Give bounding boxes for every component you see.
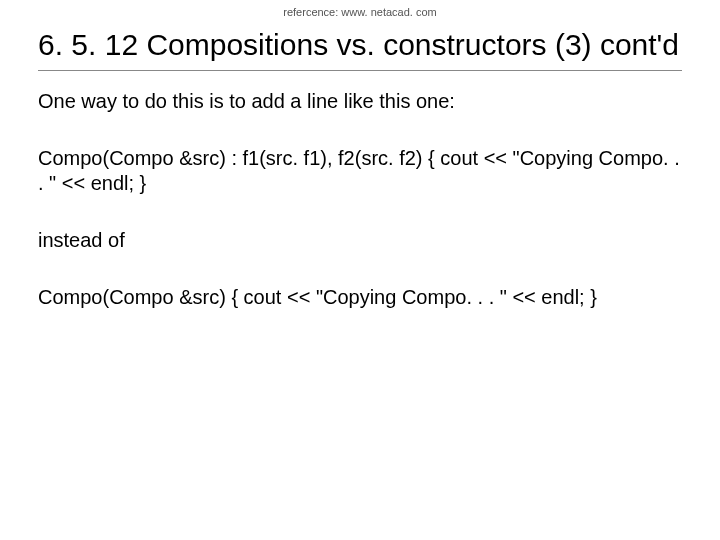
- code-paragraph-1: Compo(Compo &src) : f1(src. f1), f2(src.…: [38, 146, 682, 196]
- reference-text: refercence: www. netacad. com: [0, 0, 720, 22]
- code-paragraph-2: Compo(Compo &src) { cout << "Copying Com…: [38, 285, 682, 310]
- slide-title: 6. 5. 12 Compositions vs. constructors (…: [38, 26, 682, 64]
- title-underline: [38, 70, 682, 71]
- transition-paragraph: instead of: [38, 228, 682, 253]
- slide-container: refercence: www. netacad. com 6. 5. 12 C…: [0, 0, 720, 540]
- intro-paragraph: One way to do this is to add a line like…: [38, 89, 682, 114]
- content-wrapper: 6. 5. 12 Compositions vs. constructors (…: [0, 26, 720, 310]
